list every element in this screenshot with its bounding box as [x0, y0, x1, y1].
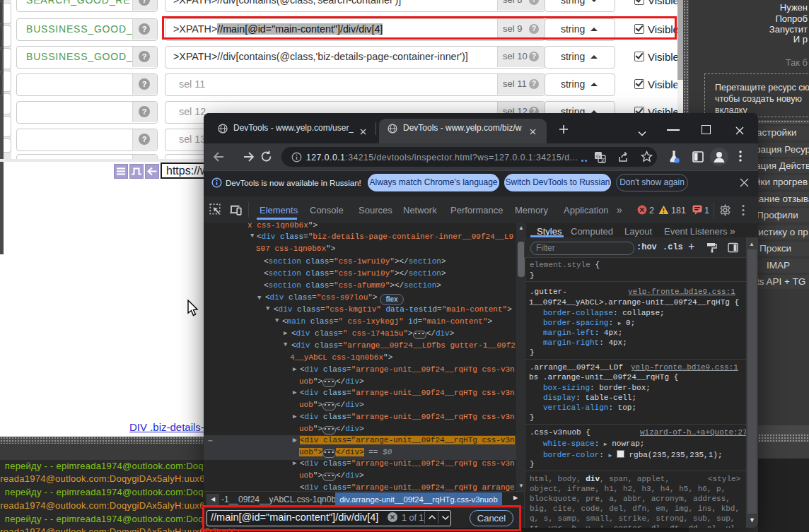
svg-text:文: 文 [600, 157, 606, 163]
